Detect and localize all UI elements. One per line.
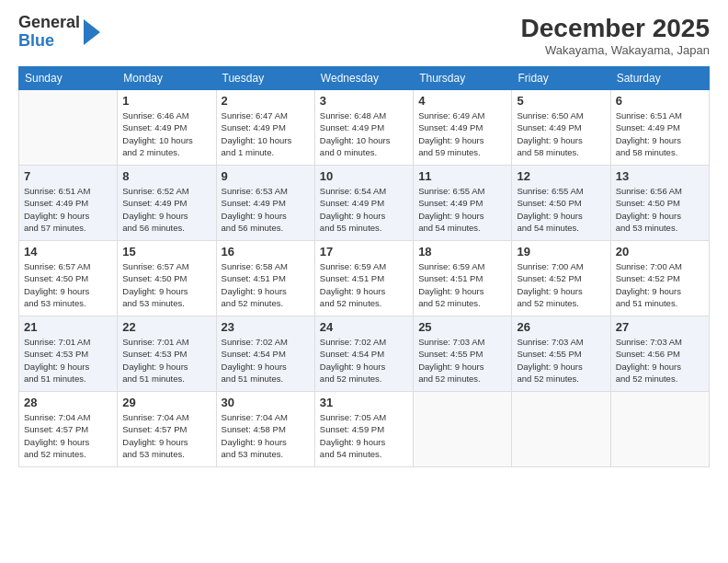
table-cell: 20Sunrise: 7:00 AM Sunset: 4:52 PM Dayli… — [610, 241, 709, 316]
week-row-3: 14Sunrise: 6:57 AM Sunset: 4:50 PM Dayli… — [19, 241, 710, 316]
table-cell: 24Sunrise: 7:02 AM Sunset: 4:54 PM Dayli… — [314, 316, 413, 392]
table-cell: 8Sunrise: 6:52 AM Sunset: 4:49 PM Daylig… — [118, 166, 216, 241]
day-info: Sunrise: 6:59 AM Sunset: 4:51 PM Dayligh… — [418, 260, 506, 309]
day-info: Sunrise: 7:04 AM Sunset: 4:57 PM Dayligh… — [24, 411, 112, 460]
day-number: 21 — [24, 320, 112, 334]
week-row-1: 1Sunrise: 6:46 AM Sunset: 4:49 PM Daylig… — [19, 90, 710, 166]
day-number: 5 — [517, 94, 605, 108]
day-info: Sunrise: 7:04 AM Sunset: 4:57 PM Dayligh… — [122, 411, 210, 460]
table-cell: 13Sunrise: 6:56 AM Sunset: 4:50 PM Dayli… — [610, 166, 709, 241]
day-number: 20 — [616, 245, 704, 259]
table-cell — [19, 90, 118, 166]
day-info: Sunrise: 6:57 AM Sunset: 4:50 PM Dayligh… — [122, 260, 210, 309]
day-number: 9 — [222, 169, 310, 183]
table-cell: 14Sunrise: 6:57 AM Sunset: 4:50 PM Dayli… — [19, 241, 118, 316]
header-monday: Monday — [118, 67, 216, 90]
table-cell: 1Sunrise: 6:46 AM Sunset: 4:49 PM Daylig… — [118, 90, 216, 166]
table-cell: 27Sunrise: 7:03 AM Sunset: 4:56 PM Dayli… — [610, 316, 709, 392]
table-cell: 7Sunrise: 6:51 AM Sunset: 4:49 PM Daylig… — [19, 166, 118, 241]
day-number: 18 — [418, 245, 506, 259]
week-row-2: 7Sunrise: 6:51 AM Sunset: 4:49 PM Daylig… — [19, 166, 710, 241]
day-number: 30 — [222, 396, 310, 409]
title-block: December 2025 Wakayama, Wakayama, Japan — [521, 14, 710, 57]
table-cell: 26Sunrise: 7:03 AM Sunset: 4:55 PM Dayli… — [512, 316, 610, 392]
day-info: Sunrise: 7:05 AM Sunset: 4:59 PM Dayligh… — [320, 411, 408, 460]
day-number: 12 — [517, 169, 605, 183]
day-number: 17 — [320, 245, 408, 259]
table-cell: 4Sunrise: 6:49 AM Sunset: 4:49 PM Daylig… — [414, 90, 512, 166]
day-number: 1 — [122, 94, 210, 108]
table-cell: 16Sunrise: 6:58 AM Sunset: 4:51 PM Dayli… — [216, 241, 314, 316]
day-info: Sunrise: 6:59 AM Sunset: 4:51 PM Dayligh… — [320, 260, 408, 309]
day-info: Sunrise: 6:56 AM Sunset: 4:50 PM Dayligh… — [616, 185, 704, 234]
day-number: 31 — [320, 396, 408, 409]
day-info: Sunrise: 7:00 AM Sunset: 4:52 PM Dayligh… — [616, 260, 704, 309]
month-title: December 2025 — [521, 14, 710, 43]
day-number: 27 — [616, 320, 704, 334]
logo-line1: General — [18, 14, 80, 32]
day-info: Sunrise: 6:51 AM Sunset: 4:49 PM Dayligh… — [24, 185, 112, 234]
table-cell: 29Sunrise: 7:04 AM Sunset: 4:57 PM Dayli… — [118, 392, 216, 467]
header-saturday: Saturday — [610, 67, 709, 90]
day-info: Sunrise: 7:03 AM Sunset: 4:55 PM Dayligh… — [418, 336, 506, 385]
day-info: Sunrise: 7:03 AM Sunset: 4:55 PM Dayligh… — [517, 336, 605, 385]
day-info: Sunrise: 7:01 AM Sunset: 4:53 PM Dayligh… — [122, 336, 210, 385]
header-thursday: Thursday — [414, 67, 512, 90]
day-number: 13 — [616, 169, 704, 183]
day-info: Sunrise: 6:50 AM Sunset: 4:49 PM Dayligh… — [517, 109, 605, 158]
table-cell — [610, 392, 709, 467]
table-cell: 3Sunrise: 6:48 AM Sunset: 4:49 PM Daylig… — [314, 90, 413, 166]
table-cell: 22Sunrise: 7:01 AM Sunset: 4:53 PM Dayli… — [118, 316, 216, 392]
table-cell: 19Sunrise: 7:00 AM Sunset: 4:52 PM Dayli… — [512, 241, 610, 316]
header-friday: Friday — [512, 67, 610, 90]
day-number: 7 — [24, 169, 112, 183]
table-cell: 12Sunrise: 6:55 AM Sunset: 4:50 PM Dayli… — [512, 166, 610, 241]
table-cell: 30Sunrise: 7:04 AM Sunset: 4:58 PM Dayli… — [216, 392, 314, 467]
day-info: Sunrise: 6:55 AM Sunset: 4:49 PM Dayligh… — [418, 185, 506, 234]
header-wednesday: Wednesday — [314, 67, 413, 90]
table-cell: 28Sunrise: 7:04 AM Sunset: 4:57 PM Dayli… — [19, 392, 118, 467]
day-number: 6 — [616, 94, 704, 108]
table-cell: 15Sunrise: 6:57 AM Sunset: 4:50 PM Dayli… — [118, 241, 216, 316]
logo-icon — [82, 19, 100, 45]
day-number: 3 — [320, 94, 408, 108]
week-row-5: 28Sunrise: 7:04 AM Sunset: 4:57 PM Dayli… — [19, 392, 710, 467]
day-info: Sunrise: 7:02 AM Sunset: 4:54 PM Dayligh… — [222, 336, 310, 385]
header: General Blue December 2025 Wakayama, Wak… — [18, 14, 710, 57]
header-sunday: Sunday — [19, 67, 118, 90]
day-number: 28 — [24, 396, 112, 409]
table-cell: 25Sunrise: 7:03 AM Sunset: 4:55 PM Dayli… — [414, 316, 512, 392]
table-cell — [512, 392, 610, 467]
calendar-page: General Blue December 2025 Wakayama, Wak… — [0, 0, 728, 563]
day-number: 10 — [320, 169, 408, 183]
logo: General Blue — [18, 14, 102, 51]
day-number: 22 — [122, 320, 210, 334]
day-number: 23 — [222, 320, 310, 334]
logo-line2: Blue — [18, 32, 80, 51]
day-number: 26 — [517, 320, 605, 334]
day-info: Sunrise: 7:04 AM Sunset: 4:58 PM Dayligh… — [222, 411, 310, 460]
table-cell: 21Sunrise: 7:01 AM Sunset: 4:53 PM Dayli… — [19, 316, 118, 392]
table-cell: 11Sunrise: 6:55 AM Sunset: 4:49 PM Dayli… — [414, 166, 512, 241]
table-cell: 23Sunrise: 7:02 AM Sunset: 4:54 PM Dayli… — [216, 316, 314, 392]
day-number: 14 — [24, 245, 112, 259]
week-row-4: 21Sunrise: 7:01 AM Sunset: 4:53 PM Dayli… — [19, 316, 710, 392]
table-cell: 31Sunrise: 7:05 AM Sunset: 4:59 PM Dayli… — [314, 392, 413, 467]
weekday-header-row: Sunday Monday Tuesday Wednesday Thursday… — [19, 67, 710, 90]
day-number: 19 — [517, 245, 605, 259]
day-number: 16 — [222, 245, 310, 259]
day-number: 25 — [418, 320, 506, 334]
table-cell: 2Sunrise: 6:47 AM Sunset: 4:49 PM Daylig… — [216, 90, 314, 166]
day-number: 11 — [418, 169, 506, 183]
table-cell: 10Sunrise: 6:54 AM Sunset: 4:49 PM Dayli… — [314, 166, 413, 241]
day-number: 8 — [122, 169, 210, 183]
day-number: 4 — [418, 94, 506, 108]
day-info: Sunrise: 6:46 AM Sunset: 4:49 PM Dayligh… — [122, 109, 210, 158]
table-cell: 5Sunrise: 6:50 AM Sunset: 4:49 PM Daylig… — [512, 90, 610, 166]
day-number: 15 — [122, 245, 210, 259]
location: Wakayama, Wakayama, Japan — [521, 43, 710, 57]
svg-marker-0 — [84, 19, 100, 45]
header-tuesday: Tuesday — [216, 67, 314, 90]
day-number: 29 — [122, 396, 210, 409]
day-info: Sunrise: 6:52 AM Sunset: 4:49 PM Dayligh… — [122, 185, 210, 234]
